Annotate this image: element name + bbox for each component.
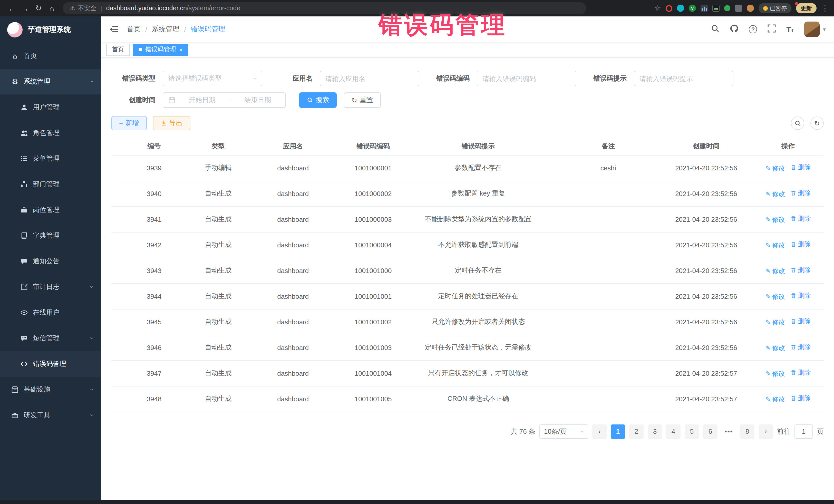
refresh-circle-button[interactable]: ↻ bbox=[810, 116, 824, 130]
delete-link[interactable]: 删除 bbox=[790, 368, 811, 377]
page-size-select[interactable]: 10条/页 › bbox=[540, 424, 588, 439]
delete-link[interactable]: 删除 bbox=[790, 163, 811, 172]
close-tab-icon[interactable]: × bbox=[179, 46, 183, 53]
sidebar-item-dept-management[interactable]: 部门管理 bbox=[0, 171, 101, 197]
font-size-icon[interactable]: TT bbox=[786, 25, 794, 34]
extension-pin-icon[interactable] bbox=[735, 5, 742, 12]
sidebar-item-sms-management[interactable]: 短信管理 › bbox=[0, 325, 101, 351]
edit-link[interactable]: ✎修改 bbox=[766, 395, 785, 404]
sidebar-item-error-code-management[interactable]: 错误码管理 bbox=[0, 351, 101, 377]
page-button[interactable]: 8 bbox=[740, 424, 754, 439]
sidebar-item-infrastructure[interactable]: 基础设施 › bbox=[0, 377, 101, 402]
sidebar-item-post-management[interactable]: 岗位管理 bbox=[0, 197, 101, 223]
help-icon[interactable]: ? bbox=[749, 25, 757, 34]
delete-link[interactable]: 删除 bbox=[790, 266, 811, 274]
sidebar-item-role-management[interactable]: 角色管理 bbox=[0, 120, 101, 146]
delete-link[interactable]: 删除 bbox=[790, 240, 811, 249]
page-button[interactable]: 4 bbox=[666, 424, 681, 439]
delete-link[interactable]: 删除 bbox=[790, 343, 811, 351]
error-code-input[interactable] bbox=[477, 71, 576, 86]
page-button[interactable]: 3 bbox=[648, 424, 662, 439]
delete-link[interactable]: 删除 bbox=[790, 189, 811, 197]
extension-teal-icon[interactable] bbox=[677, 5, 684, 12]
github-icon[interactable] bbox=[730, 24, 739, 35]
edit-link[interactable]: ✎修改 bbox=[766, 190, 785, 198]
extension-on-icon[interactable]: on bbox=[712, 5, 720, 12]
cell-app: dashboard bbox=[240, 335, 347, 360]
prev-page-button[interactable]: ‹ bbox=[592, 424, 607, 439]
reset-button[interactable]: ↻ 重置 bbox=[344, 92, 381, 108]
extension-red-icon[interactable] bbox=[666, 5, 672, 12]
page-button[interactable]: 5 bbox=[685, 424, 699, 439]
add-button[interactable]: + 新增 bbox=[111, 116, 147, 130]
app-logo-row[interactable]: 芋道管理系统 bbox=[0, 17, 101, 43]
next-page-button[interactable]: › bbox=[759, 424, 773, 439]
page-button[interactable]: 6 bbox=[703, 424, 718, 439]
delete-link[interactable]: 删除 bbox=[790, 394, 811, 403]
paused-badge[interactable]: 已暂停 bbox=[759, 3, 791, 13]
cell-time: 2021-04-20 23:52:56 bbox=[660, 335, 752, 360]
sidebar-item-system-management[interactable]: ⚙ 系统管理 › bbox=[0, 69, 101, 94]
sidebar-item-dev-tools[interactable]: 研发工具 › bbox=[0, 402, 101, 428]
extension-bars-icon[interactable] bbox=[701, 5, 708, 12]
delete-link[interactable]: 删除 bbox=[790, 317, 811, 326]
jump-page-input[interactable] bbox=[794, 424, 813, 439]
briefcase-icon bbox=[21, 206, 28, 214]
cell-type: 自动生成 bbox=[197, 283, 240, 309]
profile-avatar-icon[interactable] bbox=[747, 5, 754, 12]
page-button[interactable]: 2 bbox=[629, 424, 643, 439]
update-button[interactable]: 更新 bbox=[796, 3, 816, 13]
sidebar-item-dict-management[interactable]: 字典管理 bbox=[0, 223, 101, 248]
edit-link[interactable]: ✎修改 bbox=[766, 241, 785, 250]
sidebar-item-user-management[interactable]: 用户管理 bbox=[0, 94, 101, 120]
tab-error-code-management[interactable]: 错误码管理 × bbox=[133, 43, 188, 56]
extension-leaf-icon[interactable] bbox=[724, 5, 730, 11]
sidebar-item-label: 通知公告 bbox=[33, 257, 60, 266]
sidebar-item-menu-management[interactable]: 菜单管理 bbox=[0, 146, 101, 171]
edit-link[interactable]: ✎修改 bbox=[766, 318, 785, 327]
edit-link[interactable]: ✎修改 bbox=[766, 344, 785, 352]
delete-link[interactable]: 删除 bbox=[790, 291, 811, 300]
filter-type-label: 错误码类型 bbox=[111, 74, 155, 83]
create-time-range-picker[interactable]: 开始日期 - 结束日期 bbox=[163, 92, 286, 108]
error-type-select[interactable]: 请选择错误码类型 › bbox=[163, 71, 262, 86]
app-name-input[interactable] bbox=[320, 71, 419, 86]
edit-link[interactable]: ✎修改 bbox=[766, 292, 785, 301]
address-bar[interactable]: ⚠ 不安全 | dashboard.yudao.iocoder.cn/syste… bbox=[63, 2, 586, 14]
browser-home-icon[interactable]: ⌂ bbox=[45, 4, 59, 13]
breadcrumb-home[interactable]: 首页 bbox=[127, 25, 140, 34]
show-search-circle-button[interactable] bbox=[791, 116, 804, 130]
forward-icon[interactable]: → bbox=[19, 4, 32, 13]
browser-menu-icon[interactable]: ⋮ bbox=[821, 4, 829, 13]
fullscreen-icon[interactable] bbox=[767, 24, 776, 35]
error-msg-input[interactable] bbox=[634, 71, 733, 86]
edit-link[interactable]: ✎修改 bbox=[766, 369, 785, 378]
edit-link[interactable]: ✎修改 bbox=[766, 215, 785, 224]
breadcrumb-system[interactable]: 系统管理 bbox=[152, 25, 180, 34]
sidebar-item-online-users[interactable]: 在线用户 bbox=[0, 300, 101, 325]
sidebar-item-home[interactable]: ⌂ 首页 bbox=[0, 43, 101, 69]
reload-icon[interactable]: ↻ bbox=[32, 4, 45, 13]
header-search-icon[interactable] bbox=[711, 24, 720, 35]
hamburger-icon[interactable] bbox=[109, 25, 118, 34]
user-avatar-menu[interactable]: ▾ bbox=[805, 22, 826, 37]
sidebar-item-label: 基础设施 bbox=[24, 385, 50, 394]
cell-remark bbox=[556, 360, 660, 386]
more-pages-icon[interactable]: ••• bbox=[722, 424, 736, 439]
search-button[interactable]: 搜索 bbox=[299, 92, 337, 108]
extension-green-v-icon[interactable]: V bbox=[689, 5, 696, 12]
edit-link[interactable]: ✎修改 bbox=[766, 164, 785, 173]
page-button[interactable]: 1 bbox=[611, 424, 625, 439]
back-icon[interactable]: ← bbox=[5, 4, 19, 13]
edit-link[interactable]: ✎修改 bbox=[766, 267, 785, 275]
delete-link[interactable]: 删除 bbox=[790, 214, 811, 223]
bookmark-star-icon[interactable]: ☆ bbox=[654, 4, 661, 13]
cell-code: 1001001000 bbox=[347, 258, 400, 283]
cell-app: dashboard bbox=[240, 155, 347, 181]
export-button[interactable]: 导出 bbox=[153, 116, 190, 130]
sidebar-item-notice[interactable]: 通知公告 bbox=[0, 248, 101, 274]
infra-box-icon bbox=[11, 386, 19, 393]
cell-time: 2021-04-20 23:52:57 bbox=[660, 360, 752, 386]
sidebar-item-audit-log[interactable]: 审计日志 › bbox=[0, 274, 101, 300]
tab-home[interactable]: 首页 bbox=[106, 43, 130, 56]
